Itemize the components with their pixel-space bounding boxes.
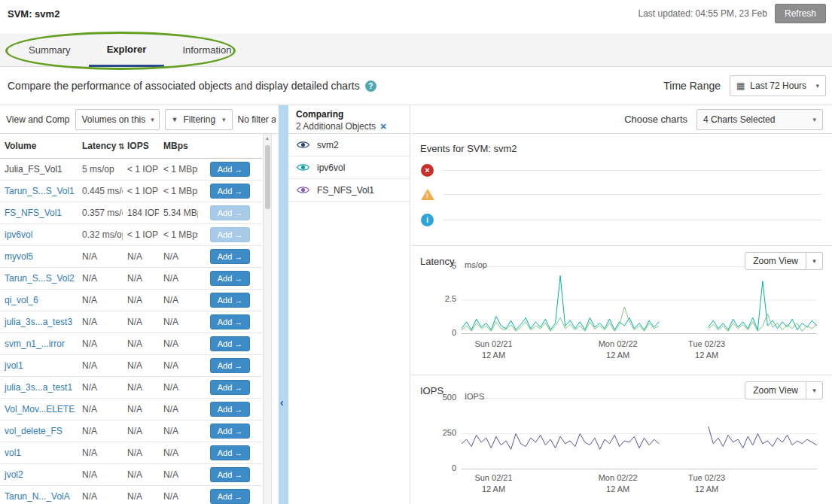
volume-link[interactable]: julia_3s...a_test1: [0, 377, 78, 399]
object-type-value: Volumes on this: [82, 114, 146, 125]
column-header-actions: [198, 134, 262, 159]
volume-link[interactable]: Julia_FS_Vol1: [0, 159, 78, 181]
volume-link[interactable]: FS_NFS_Vol1: [0, 202, 78, 224]
volume-link[interactable]: ipv6vol: [0, 224, 78, 246]
iops-cell: N/A: [123, 486, 159, 504]
main-area: View and Comp Volumes on this ▾ ▼ Filter…: [0, 105, 832, 504]
comparing-subtitle: 2 Additional Objects: [296, 121, 376, 132]
comparing-item[interactable]: FS_NFS_Vol1: [288, 179, 410, 202]
comparing-item[interactable]: ipv6vol: [288, 156, 410, 179]
eye-icon: [296, 162, 310, 172]
volume-link[interactable]: Tarun_S...S_Vol1: [0, 181, 78, 202]
add-button[interactable]: Add →: [210, 358, 251, 373]
chart-header: IOPS Zoom View ▾: [420, 381, 823, 399]
sort-icon: ⇅: [118, 142, 124, 150]
add-button[interactable]: Add →: [210, 184, 251, 199]
page-description: Compare the performance of associated ob…: [8, 80, 360, 92]
add-button[interactable]: Add →: [210, 314, 251, 329]
volume-link[interactable]: jvol1: [0, 355, 78, 377]
table-row: Tarun_S...S_Vol2N/AN/AN/AAdd →: [0, 268, 262, 290]
choose-charts-dropdown[interactable]: 4 Charts Selected ▾: [696, 109, 823, 130]
latency-cell: N/A: [78, 333, 123, 355]
volume-link[interactable]: julia_3s...a_test3: [0, 311, 78, 333]
table-scrollbar[interactable]: ▲: [263, 134, 272, 504]
add-button[interactable]: Add →: [210, 162, 251, 177]
clear-comparing-icon[interactable]: ×: [380, 121, 386, 132]
tab-explorer[interactable]: Explorer: [89, 34, 165, 67]
time-range-dropdown[interactable]: ▦ Last 72 Hours ▾: [730, 75, 826, 96]
time-range-label: Time Range: [663, 80, 721, 92]
add-button[interactable]: Add →: [210, 293, 251, 308]
add-button[interactable]: Add →: [210, 336, 251, 351]
volume-link[interactable]: vol_delete_FS: [0, 421, 78, 442]
scrollbar-up-arrow[interactable]: ▲: [264, 135, 271, 141]
add-button[interactable]: Add →: [210, 467, 251, 482]
mbps-cell: N/A: [159, 464, 198, 486]
add-cell: Add →: [198, 246, 262, 268]
latency-chart-card: Latency Zoom View ▾ ms/op 52.50 Sun 02/2…: [411, 245, 832, 375]
add-button: Add →: [210, 227, 251, 242]
add-button[interactable]: Add →: [210, 249, 251, 264]
latency-cell: 5 ms/op: [78, 159, 123, 181]
filtering-button[interactable]: ▼ Filtering ▾: [165, 109, 233, 130]
table-row: svm_n1_...irrorN/AN/AN/AAdd →: [0, 333, 262, 355]
volume-link[interactable]: Tarun_S...S_Vol2: [0, 268, 78, 290]
table-row: vol_delete_FSN/AN/AN/AAdd →: [0, 421, 262, 442]
mbps-cell: N/A: [159, 268, 198, 290]
column-header-iops[interactable]: IOPS: [123, 134, 159, 159]
chevron-down-icon: ▾: [222, 116, 226, 123]
add-button[interactable]: Add →: [210, 271, 251, 286]
zoom-view-caret-button[interactable]: ▾: [806, 252, 823, 270]
latency-cell: N/A: [78, 355, 123, 377]
zoom-view-button[interactable]: Zoom View: [745, 381, 806, 399]
comparing-item[interactable]: svm2: [288, 134, 410, 156]
view-and-compare-label: View and Comp: [6, 114, 70, 125]
comparing-item-label: FS_NFS_Vol1: [317, 185, 374, 196]
chart-title: IOPS: [420, 385, 443, 396]
x-tick-label: Tue 02/2312 AM: [688, 339, 725, 361]
volume-link[interactable]: vol1: [0, 442, 78, 464]
warning-icon: !: [421, 189, 434, 200]
chevron-left-icon: ‹: [280, 396, 284, 408]
page: SVM: svm2 Last updated: 04:55 PM, 23 Feb…: [0, 0, 832, 504]
volume-link[interactable]: svm_n1_...irror: [0, 333, 78, 355]
volume-link[interactable]: Tarun_N..._VolA: [0, 486, 78, 504]
volume-link[interactable]: qi_vol_6: [0, 290, 78, 311]
chart-header: Latency Zoom View ▾: [420, 252, 823, 270]
event-row-info: i: [421, 214, 821, 226]
add-button[interactable]: Add →: [210, 424, 251, 439]
mbps-cell: < 1 MBps: [159, 224, 198, 246]
iops-cell: N/A: [123, 268, 159, 290]
column-header-volume[interactable]: Volume: [0, 134, 78, 159]
mbps-cell: N/A: [159, 246, 198, 268]
tab-information[interactable]: Information: [164, 34, 249, 66]
comparing-subtitle-row: 2 Additional Objects ×: [296, 121, 402, 132]
eye-icon: [296, 185, 310, 195]
volume-link[interactable]: myvol5: [0, 246, 78, 268]
event-timeline: [443, 170, 821, 171]
iops-cell: N/A: [123, 290, 159, 311]
add-button[interactable]: Add →: [210, 380, 251, 395]
zoom-view-button[interactable]: Zoom View: [745, 252, 806, 270]
chart-title: Latency: [420, 256, 455, 267]
zoom-view-caret-button[interactable]: ▾: [806, 381, 823, 399]
collapse-panel-handle[interactable]: ‹: [279, 105, 288, 504]
latency-cell: N/A: [78, 377, 123, 399]
tab-summary[interactable]: Summary: [11, 34, 89, 66]
add-cell: Add →: [198, 399, 262, 421]
latency-cell: 0.357 ms/o: [78, 202, 123, 224]
help-icon[interactable]: ?: [365, 80, 376, 92]
iops-cell: 184 IOPS: [123, 202, 159, 224]
add-button[interactable]: Add →: [210, 489, 251, 504]
scrollbar-thumb[interactable]: [265, 145, 270, 209]
column-header-mbps[interactable]: MBps: [159, 134, 198, 159]
volume-link[interactable]: jvol2: [0, 464, 78, 486]
refresh-button[interactable]: Refresh: [775, 4, 826, 23]
column-header-latency[interactable]: Latency⇅: [78, 134, 123, 159]
add-button[interactable]: Add →: [210, 445, 251, 460]
comparing-panel: Comparing 2 Additional Objects × svm2ipv…: [288, 105, 410, 504]
add-button[interactable]: Add →: [210, 402, 251, 417]
volume-link[interactable]: Vol_Mov...ELETE: [0, 399, 78, 421]
object-type-dropdown[interactable]: Volumes on this ▾: [75, 109, 160, 130]
add-cell: Add →: [198, 202, 262, 224]
